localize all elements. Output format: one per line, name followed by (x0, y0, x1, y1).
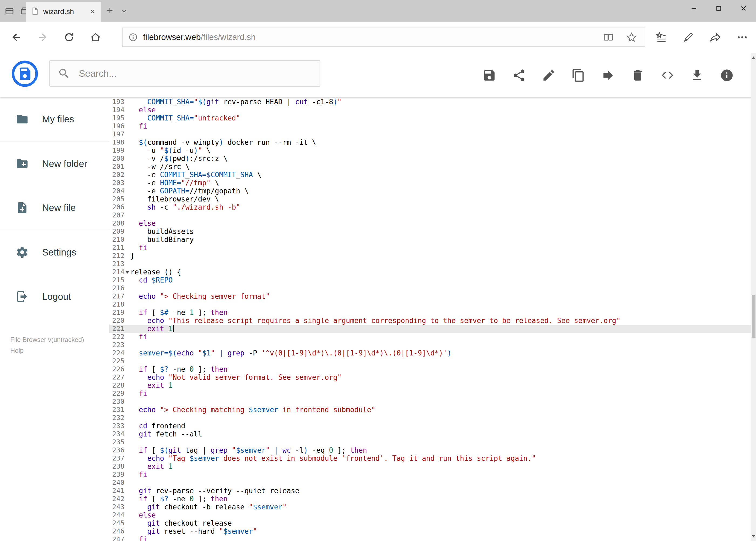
code-line[interactable]: 215 cd $REPO (109, 276, 751, 284)
home-icon[interactable] (88, 29, 104, 45)
sidebar-item-my-files[interactable]: My files (0, 97, 109, 142)
raw-editor-code-icon[interactable] (660, 68, 674, 82)
code-line[interactable]: 204 -e GOPATH=//tmp/gopath \ (109, 187, 751, 195)
sidebar-item-new-file[interactable]: New file (0, 186, 109, 230)
code-line[interactable]: 199 -u "$(id -u)" \ (109, 146, 751, 155)
tab-preview-chevron-icon[interactable] (119, 7, 128, 15)
code-line[interactable]: 235 (109, 438, 751, 446)
code-line[interactable]: 201 -w //src \ (109, 163, 751, 171)
code-line[interactable]: 234 git fetch --all (109, 430, 751, 438)
code-line[interactable]: 214release () { (109, 268, 751, 276)
code-line[interactable]: 229 fi (109, 389, 751, 397)
code-line[interactable]: 221 exit 1 (109, 325, 751, 333)
code-line[interactable]: 217 echo "> Checking semver format" (109, 292, 751, 300)
url-field[interactable]: filebrowser.web/files/wizard.sh (122, 28, 645, 47)
code-line[interactable]: 206 sh -c "./wizard.sh -b" (109, 203, 751, 211)
hub-favorites-icon[interactable] (655, 31, 667, 44)
filebrowser-logo[interactable] (11, 60, 38, 87)
code-line[interactable]: 203 -e HOME="//tmp" \ (109, 179, 751, 187)
fold-marker-icon[interactable] (125, 268, 130, 276)
fold-gutter-spacer (125, 219, 130, 228)
code-line[interactable]: 210 buildBinary (109, 236, 751, 244)
set-tabs-aside-icon[interactable] (4, 6, 15, 16)
code-line[interactable]: 220 echo "This release script requires a… (109, 316, 751, 325)
code-line[interactable]: 197 (109, 130, 751, 138)
code-line[interactable]: 213 (109, 260, 751, 268)
rename-pencil-icon[interactable] (542, 68, 556, 82)
info-icon[interactable] (720, 68, 734, 82)
download-icon[interactable] (690, 68, 704, 82)
code-line[interactable]: 243 git checkout -b release "$semver" (109, 503, 751, 511)
copy-icon[interactable] (571, 68, 586, 82)
web-note-pen-icon[interactable] (682, 31, 694, 44)
minimize-button[interactable] (681, 0, 706, 17)
favorite-star-icon[interactable] (626, 32, 637, 43)
share-icon[interactable] (709, 31, 721, 44)
code-line[interactable]: 198 $(command -v winpty) docker run --rm… (109, 138, 751, 146)
code-line[interactable]: 202 -e COMMIT_SHA=$COMMIT_SHA \ (109, 171, 751, 179)
code-line[interactable]: 236 if [ $(git tag | grep "$semver" | wc… (109, 446, 751, 454)
code-line[interactable]: 200 -v /$(pwd):/src:z \ (109, 155, 751, 163)
code-line[interactable]: 244 else (109, 511, 751, 519)
code-line[interactable]: 194 else (109, 106, 751, 114)
code-line[interactable]: 219 if [ $# -ne 1 ]; then (109, 308, 751, 316)
sidebar-item-new-folder[interactable]: New folder (0, 142, 109, 186)
move-arrow-icon[interactable] (601, 68, 615, 82)
help-link[interactable]: Help (10, 345, 109, 356)
code-line[interactable]: 208 else (109, 219, 751, 228)
code-line[interactable]: 209 buildAssets (109, 228, 751, 236)
code-line[interactable]: 207 (109, 211, 751, 219)
share-file-icon[interactable] (512, 68, 526, 82)
forward-icon[interactable] (35, 29, 51, 45)
code-line[interactable]: 228 exit 1 (109, 381, 751, 389)
code-line[interactable]: 216 (109, 284, 751, 292)
save-icon[interactable] (482, 68, 496, 82)
code-line[interactable]: 245 git checkout release (109, 519, 751, 527)
search-input[interactable] (79, 68, 312, 79)
reading-view-icon[interactable] (603, 32, 614, 43)
site-info-icon[interactable] (128, 32, 138, 42)
code-line[interactable]: 218 (109, 300, 751, 308)
scroll-down-icon[interactable] (751, 532, 756, 541)
new-tab-button[interactable] (105, 6, 115, 15)
sidebar-item-logout[interactable]: Logout (0, 274, 109, 319)
tab-close-icon[interactable] (89, 8, 96, 15)
code-line[interactable]: 240 (109, 479, 751, 487)
scrollbar-thumb[interactable] (752, 295, 755, 337)
code-line[interactable]: 247 fi (109, 535, 751, 541)
code-line[interactable]: 239 fi (109, 470, 751, 479)
code-line[interactable]: 222 fi (109, 333, 751, 341)
code-line[interactable]: 224 semver=$(echo "$1" | grep -P '^v(0|[… (109, 349, 751, 357)
code-line[interactable]: 212} (109, 252, 751, 260)
code-line[interactable]: 242 if [ $? -ne 0 ]; then (109, 495, 751, 503)
maximize-button[interactable] (706, 0, 731, 17)
code-line[interactable]: 226 if [ $? -ne 0 ]; then (109, 365, 751, 373)
refresh-icon[interactable] (61, 29, 77, 45)
code-line[interactable]: 227 echo "Not valid semver format. See s… (109, 373, 751, 381)
code-line[interactable]: 246 git reset --hard "$semver" (109, 527, 751, 535)
code-line[interactable]: 211 fi (109, 244, 751, 252)
code-line[interactable]: 225 (109, 357, 751, 365)
more-ellipsis-icon[interactable] (736, 31, 748, 44)
address-bar: filebrowser.web/files/wizard.sh (0, 22, 756, 53)
scroll-up-icon[interactable] (751, 53, 756, 62)
code-line[interactable]: 231 echo "> Checking matching $semver in… (109, 406, 751, 414)
code-line[interactable]: 241 git rev-parse --verify --quiet relea… (109, 487, 751, 495)
code-line[interactable]: 238 exit 1 (109, 462, 751, 470)
code-line[interactable]: 196 fi (109, 122, 751, 130)
code-editor[interactable]: 193 COMMIT_SHA="$(git rev-parse HEAD | c… (109, 97, 751, 541)
code-line[interactable]: 230 (109, 397, 751, 406)
code-line[interactable]: 223 (109, 341, 751, 349)
tab-wizard-sh[interactable]: wizard.sh (26, 2, 101, 22)
code-line[interactable]: 195 COMMIT_SHA="untracked" (109, 114, 751, 122)
back-icon[interactable] (8, 29, 24, 45)
delete-trash-icon[interactable] (631, 68, 645, 82)
code-line[interactable]: 205 filebrowser/dev \ (109, 195, 751, 203)
code-line[interactable]: 237 echo "Tag $semver does not exist in … (109, 454, 751, 462)
code-line[interactable]: 233 cd frontend (109, 422, 751, 430)
vertical-scrollbar[interactable] (751, 53, 756, 541)
sidebar-item-settings[interactable]: Settings (0, 230, 109, 274)
code-line[interactable]: 232 (109, 414, 751, 422)
close-window-button[interactable] (731, 0, 756, 17)
code-line[interactable]: 193 COMMIT_SHA="$(git rev-parse HEAD | c… (109, 98, 751, 106)
